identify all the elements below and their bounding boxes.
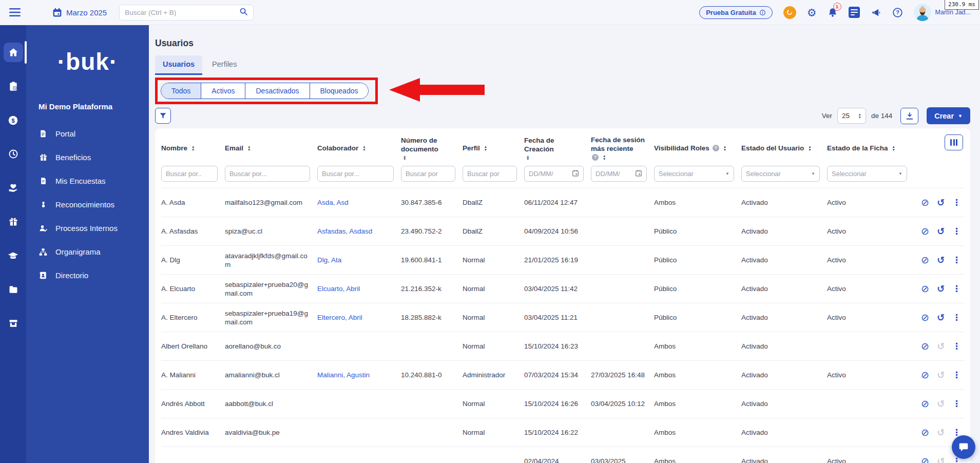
sidebar-item-procesos-internos[interactable]: Procesos Internos xyxy=(26,220,149,237)
download-button[interactable] xyxy=(900,108,918,124)
search-icon[interactable] xyxy=(239,7,248,18)
reset-password-icon[interactable]: ↺ xyxy=(937,284,945,294)
deactivate-user-icon[interactable]: ⊘ xyxy=(921,370,929,380)
cell-colaborador[interactable]: Elcuarto, Abril xyxy=(317,280,401,298)
reset-password-icon[interactable]: ↺ xyxy=(937,256,945,265)
help-icon[interactable]: ? xyxy=(892,7,903,18)
deactivate-user-icon[interactable]: ⊘ xyxy=(921,341,929,351)
sidebar-item-mis-encuestas[interactable]: Mis Encuestas xyxy=(26,172,149,189)
col-header-estado-ficha[interactable]: Estado de la Ficha▲▼ xyxy=(827,136,914,161)
filter-estado-usuario-select[interactable]: Seleccionar▼ xyxy=(741,166,820,182)
cell-colaborador[interactable]: Asfasdas, Asdasd xyxy=(317,222,401,240)
announcements-megaphone-icon[interactable] xyxy=(871,8,881,17)
deactivate-user-icon[interactable]: ⊘ xyxy=(921,428,929,437)
global-search-input[interactable] xyxy=(125,9,239,16)
cell-colaborador[interactable]: Asda, Asd xyxy=(317,194,401,211)
rail-benefits-hand-icon[interactable] xyxy=(4,178,23,198)
col-header-nombre[interactable]: Nombre▲▼ xyxy=(161,136,225,161)
row-menu-icon[interactable]: ⋮ xyxy=(952,227,961,236)
rail-clipboard-icon[interactable] xyxy=(4,76,23,96)
trial-badge[interactable]: Prueba Gratuita xyxy=(699,6,773,19)
svg-text:?: ? xyxy=(896,9,899,15)
table-toolbar: Ver 25 ▲▼ de 144 Crear ▼ xyxy=(155,107,970,124)
filter-nombre-input[interactable] xyxy=(161,166,218,182)
row-menu-icon[interactable]: ⋮ xyxy=(952,371,961,379)
calendar-icon[interactable] xyxy=(635,169,642,178)
tasks-list-icon[interactable] xyxy=(849,7,860,18)
cell-nombre: A. Eltercero xyxy=(161,308,225,326)
tab-perfiles[interactable]: Perfiles xyxy=(204,55,244,75)
sidebar-item-organigrama[interactable]: Organigrama xyxy=(26,243,149,260)
row-menu-icon[interactable]: ⋮ xyxy=(952,313,961,322)
sidebar-item-beneficios[interactable]: Beneficios xyxy=(26,149,149,166)
deactivate-user-icon[interactable]: ⊘ xyxy=(921,255,929,265)
row-menu-icon[interactable]: ⋮ xyxy=(952,198,961,207)
page-size-select[interactable]: 25 ▲▼ xyxy=(837,108,866,124)
rail-payments-icon[interactable]: $ xyxy=(4,110,23,130)
rail-time-icon[interactable] xyxy=(4,144,23,164)
rail-documents-folder-icon[interactable] xyxy=(4,280,23,299)
cell-estado-ficha: Activo xyxy=(827,280,914,298)
col-header-sesion[interactable]: Fecha de sesión más reciente?▲▼ xyxy=(591,136,654,161)
col-header-visibilidad[interactable]: Visibilidad Roles?▲▼ xyxy=(654,136,741,161)
reset-password-icon[interactable]: ↺ xyxy=(937,313,945,322)
column-settings-button[interactable] xyxy=(945,134,963,150)
settings-gear-icon[interactable]: ⚙ xyxy=(807,7,817,18)
filter-documento-input[interactable] xyxy=(401,166,455,182)
deactivate-user-icon[interactable]: ⊘ xyxy=(921,399,929,409)
filter-funnel-button[interactable] xyxy=(155,108,171,124)
filter-perfil-input[interactable] xyxy=(463,166,517,182)
cell-colaborador[interactable]: Eltercero, Abril xyxy=(317,308,401,326)
global-search[interactable] xyxy=(119,5,254,21)
deactivate-user-icon[interactable]: ⊘ xyxy=(921,198,929,207)
deactivate-user-icon[interactable]: ⊘ xyxy=(921,284,929,294)
crear-button[interactable]: Crear ▼ xyxy=(927,107,970,124)
row-menu-icon[interactable]: ⋮ xyxy=(952,284,961,293)
calendar-icon[interactable] xyxy=(572,169,579,178)
col-header-documento[interactable]: Número de documento▲▼ xyxy=(401,136,463,161)
filter-estado-ficha-select[interactable]: Seleccionar▼ xyxy=(827,166,907,182)
filter-activos-button[interactable]: Activos xyxy=(201,83,245,99)
col-header-estado-usuario[interactable]: Estado del Usuario▲▼ xyxy=(741,136,827,161)
avatar[interactable] xyxy=(914,4,931,21)
cell-colaborador[interactable]: Malianni, Agustin xyxy=(317,366,401,384)
rail-gift-icon[interactable] xyxy=(4,212,23,232)
row-menu-icon[interactable]: ⋮ xyxy=(952,256,961,264)
tab-usuarios[interactable]: Usuarios xyxy=(155,55,202,75)
notifications-bell-icon[interactable]: 1 xyxy=(828,7,838,18)
reset-password-icon[interactable]: ↺ xyxy=(937,198,945,207)
filter-bloqueados-button[interactable]: Bloqueados xyxy=(310,83,369,99)
cell-sesion xyxy=(591,342,654,351)
rail-training-cap-icon[interactable] xyxy=(4,246,23,265)
col-header-perfil[interactable]: Perfil▲▼ xyxy=(463,136,524,161)
deactivate-user-icon[interactable]: ⊘ xyxy=(921,226,929,236)
orange-app-icon[interactable] xyxy=(783,6,796,19)
rail-home-icon[interactable] xyxy=(4,43,23,62)
filter-desactivados-button[interactable]: Desactivados xyxy=(245,83,309,99)
current-month[interactable]: Marzo 2025 xyxy=(66,8,107,17)
cell-sesion: 27/03/2025 16:48 xyxy=(591,366,654,384)
filter-email-input[interactable] xyxy=(225,166,310,182)
calendar-icon[interactable] xyxy=(52,8,62,17)
col-header-colaborador[interactable]: Colaborador▲▼ xyxy=(317,136,401,161)
reset-password-icon[interactable]: ↺ xyxy=(937,227,945,236)
hamburger-menu-icon[interactable] xyxy=(9,8,21,16)
filter-colaborador-input[interactable] xyxy=(317,166,394,182)
filter-sesion-date-input[interactable]: DD/MM/ xyxy=(591,166,647,182)
sidebar-item-portal[interactable]: Portal xyxy=(26,125,149,142)
deactivate-user-icon[interactable]: ⊘ xyxy=(921,456,929,463)
col-header-email[interactable]: Email▲▼ xyxy=(225,136,317,161)
cell-colaborador[interactable]: Dlg, Ata xyxy=(317,251,401,269)
row-menu-icon[interactable]: ⋮ xyxy=(952,399,961,408)
chat-fab-button[interactable] xyxy=(952,435,975,459)
filter-visibilidad-select[interactable]: Seleccionar▼ xyxy=(654,166,734,182)
row-menu-icon[interactable]: ⋮ xyxy=(952,342,961,351)
filter-creacion-date-input[interactable]: DD/MM/ xyxy=(524,166,584,182)
sidebar-item-reconocimientos[interactable]: Reconocimientos xyxy=(26,196,149,213)
col-header-creacion[interactable]: Fecha de Creación▲▼ xyxy=(524,136,591,161)
rail-store-icon[interactable] xyxy=(4,314,23,333)
filter-todos-button[interactable]: Todos xyxy=(161,83,201,99)
cell-visibilidad: Público xyxy=(654,222,741,240)
sidebar-item-directorio[interactable]: Directorio xyxy=(26,267,149,284)
deactivate-user-icon[interactable]: ⊘ xyxy=(921,313,929,322)
